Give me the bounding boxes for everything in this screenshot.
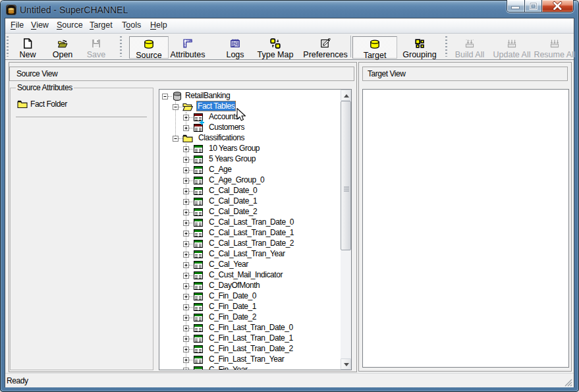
tree-expander-plus[interactable] (183, 167, 189, 173)
tree-item-label[interactable]: C_Cal_Year (209, 259, 248, 269)
tree-expander-minus[interactable] (162, 94, 168, 99)
toolbar-button-label: Save (82, 50, 111, 59)
tree-expander-plus[interactable] (183, 262, 189, 268)
tree-item-label[interactable]: C_Fin_Date_2 (209, 312, 256, 322)
menu-view[interactable]: View (31, 18, 49, 32)
menu-tools[interactable]: Tools (122, 18, 141, 32)
tree-expander-plus[interactable] (183, 325, 189, 331)
scroll-down-button[interactable] (341, 358, 351, 370)
tree-scrollbar[interactable] (341, 90, 351, 370)
tree-item-label[interactable]: C_Fin_Last_Tran_Date_2 (209, 343, 293, 354)
source-tree[interactable]: RetailBankingFact TablesAccountsCustomer… (159, 89, 352, 370)
tree-expander-plus[interactable] (183, 304, 189, 310)
folder-closed-icon (182, 133, 193, 144)
toolbar-button-target[interactable]: Target (352, 36, 397, 59)
tree-expander-minus[interactable] (173, 136, 179, 142)
toolbar-button-logs[interactable]: Logs (221, 36, 250, 59)
tree-expander-plus[interactable] (183, 157, 189, 163)
tree-expander-plus[interactable] (183, 199, 189, 205)
menu-target[interactable]: Target (90, 18, 113, 32)
tree-expander-plus[interactable] (183, 231, 189, 237)
source-attributes-label: Source Attributes (16, 83, 74, 92)
minimize-button-icon (507, 0, 524, 12)
tree-expander-plus[interactable] (183, 241, 189, 247)
source-attributes-group: Source Attributes (10, 88, 153, 370)
toolbar-button-type-map[interactable]: Type Map (254, 36, 296, 59)
toolbar-button-open[interactable]: Open (47, 36, 78, 59)
close-button-icon (542, 0, 573, 12)
toolbar-button-label: Source (130, 51, 168, 60)
mouse-cursor-icon (236, 108, 246, 121)
resize-grip-icon[interactable] (564, 378, 572, 387)
tree-expander-plus[interactable] (183, 146, 189, 152)
menu-help[interactable]: Help (150, 18, 167, 32)
toolbar-button-new[interactable]: New (13, 36, 42, 59)
toolbar-button-label: Attributes (166, 50, 209, 59)
title-bar[interactable]: Untitled - SuperCHANNEL (0, 0, 579, 18)
tree-item-label[interactable]: 10 Years Group (209, 143, 260, 154)
menu-file[interactable]: File (11, 18, 24, 32)
tree-expander-plus[interactable] (183, 294, 189, 300)
tree-item-label[interactable]: C_Age_Group_0 (209, 175, 264, 185)
tree-item-label[interactable]: C_Cal_Last_Tran_Date_1 (209, 227, 294, 238)
toolbar-button-label: Update All (490, 50, 534, 59)
tree-expander-plus[interactable] (183, 347, 189, 352)
tree-item-label[interactable]: C_Fin_Last_Tran_Date_1 (209, 333, 293, 343)
resume-all-icon (549, 38, 560, 49)
tree-item-label[interactable]: C_Fin_Last_Tran_Year (209, 354, 284, 364)
ruler-icon (182, 38, 193, 49)
tree-expander-plus[interactable] (183, 210, 189, 215)
toolbar-button-label: New (13, 50, 42, 59)
minimize-button[interactable] (507, 0, 524, 12)
toolbar-grip (445, 36, 447, 57)
tree-item-label[interactable]: 5 Years Group (209, 154, 256, 164)
toolbar-button-attributes[interactable]: Attributes (166, 36, 209, 59)
target-tree-area[interactable] (362, 89, 569, 368)
tree-expander-plus[interactable] (183, 336, 189, 342)
tree-expander-plus[interactable] (183, 283, 189, 289)
tree-item-label[interactable]: C_Cal_Date_2 (209, 206, 257, 217)
tree-item-label[interactable]: C_Fin_Date_0 (209, 291, 256, 301)
close-button[interactable] (541, 0, 573, 12)
tree-expander-plus[interactable] (183, 115, 189, 121)
save-floppy-icon (91, 38, 101, 49)
tree-item-label[interactable]: C_Fin_Date_1 (209, 301, 256, 312)
tree-item-label[interactable]: C_Fin_Last_Tran_Date_0 (209, 322, 293, 333)
tree-expander-plus[interactable] (183, 357, 189, 363)
tree-item-label[interactable]: C_Fin_Year (209, 364, 247, 370)
toolbar-button-label: Resume All (532, 50, 578, 59)
toolbar-button-source[interactable]: Source (129, 36, 169, 59)
tree-item-label[interactable]: C_Cal_Date_1 (209, 196, 257, 206)
tree-expander-minus[interactable] (173, 104, 179, 110)
tree-item-label[interactable]: C_Cust_Mail_Indicator (209, 269, 283, 280)
scroll-thumb[interactable] (341, 101, 351, 250)
maximize-button[interactable] (524, 0, 541, 12)
tree-item-label[interactable]: C_Cal_Date_0 (209, 185, 257, 196)
tree-expander-plus[interactable] (183, 178, 189, 184)
toolbar-button-label: Type Map (254, 50, 296, 59)
tree-expander-plus[interactable] (183, 188, 189, 194)
tree-item-label[interactable]: C_Cal_Last_Tran_Year (209, 248, 285, 259)
menu-source[interactable]: Source (57, 18, 83, 32)
tree-expander-plus[interactable] (183, 368, 189, 370)
toolbar-button-preferences[interactable]: Preferences (300, 36, 350, 59)
tree-expander-plus[interactable] (183, 315, 189, 321)
tree-expander-plus[interactable] (183, 220, 189, 226)
tree-item-label[interactable]: Accounts (209, 111, 239, 122)
tree-expander-plus[interactable] (183, 273, 189, 279)
tree-item-label[interactable]: C_Cal_Last_Tran_Date_0 (209, 217, 294, 227)
folder-closed-icon (17, 99, 28, 109)
tree-item-label[interactable]: C_Age (209, 164, 231, 175)
tree-expander-plus[interactable] (183, 125, 189, 131)
toolbar-button-label: Preferences (300, 50, 350, 59)
tree-item-label[interactable]: Customers (209, 122, 244, 132)
new-document-icon (22, 38, 33, 49)
tree-item-label[interactable]: C_DayOfMonth (209, 280, 260, 291)
fact-folder-item[interactable]: Fact Folder (17, 99, 96, 109)
tree-item-label[interactable]: RetailBanking (185, 90, 230, 101)
tree-item-label[interactable]: C_Cal_Last_Tran_Date_2 (209, 238, 294, 248)
toolbar-button-grouping[interactable]: Grouping (399, 36, 441, 59)
source-view-header: Source View (9, 67, 354, 81)
tree-expander-plus[interactable] (183, 252, 189, 258)
scroll-up-button[interactable] (341, 90, 351, 101)
